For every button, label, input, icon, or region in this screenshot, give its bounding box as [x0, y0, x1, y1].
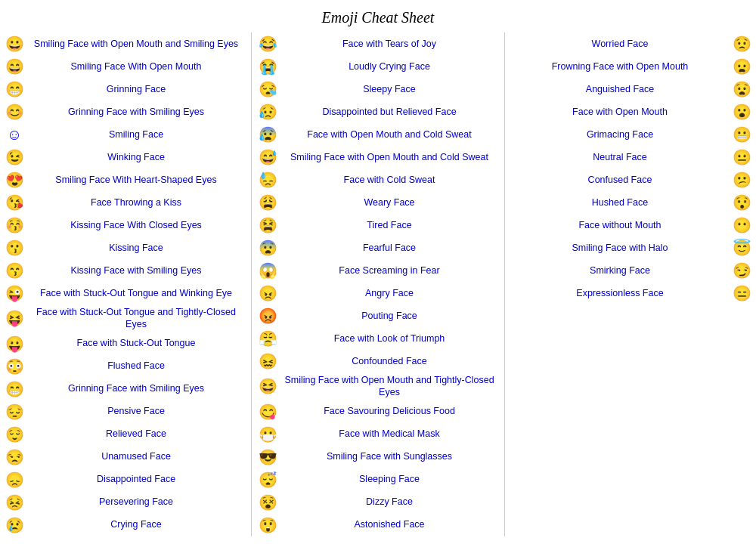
- emoji-label: Face with Open Mouth and Cold Sweat: [279, 128, 500, 141]
- list-item: 😀Smiling Face with Open Mouth and Smilin…: [0, 32, 249, 55]
- emoji-label: Sleeping Face: [279, 473, 500, 485]
- emoji-label: Confused Face: [510, 174, 730, 186]
- emoji-label: Expressionless Face: [510, 287, 730, 299]
- emoji-label: Grinning Face: [26, 83, 246, 95]
- emoji-label: Smiling Face with Halo: [510, 242, 730, 254]
- emoji-label: Tired Face: [279, 219, 500, 231]
- list-item: 😙Kissing Face with Smiling Eyes: [0, 259, 249, 282]
- emoji-label: Face with Tears of Joy: [279, 38, 500, 50]
- emoji-icon: 😗: [3, 239, 26, 257]
- divider-1: [251, 32, 252, 536]
- list-item: 😁Grinning Face: [0, 78, 249, 100]
- list-item: 😅Smiling Face with Open Mouth and Cold S…: [253, 146, 503, 168]
- emoji-label: Kissing Face: [26, 242, 246, 254]
- emoji-label: Smiling Face With Open Mouth: [26, 60, 246, 73]
- emoji-label: Unamused Face: [26, 450, 246, 462]
- emoji-icon: 😄: [3, 57, 26, 76]
- list-item: 😣Persevering Face: [0, 491, 249, 514]
- emoji-label: Face with Stuck-Out Tongue: [26, 337, 246, 349]
- list-item: 😴Sleeping Face: [253, 468, 503, 491]
- emoji-label: Grinning Face with Smiling Eyes: [26, 382, 246, 394]
- emoji-icon: 😂: [256, 35, 279, 53]
- emoji-icon: 😍: [3, 171, 26, 189]
- emoji-icon: 😚: [3, 216, 26, 234]
- list-item: 😷Face with Medical Mask: [253, 423, 503, 446]
- emoji-icon: 😩: [256, 193, 279, 212]
- list-item: 😥Disappointed but Relieved Face: [253, 100, 503, 123]
- emoji-icon: 😞: [3, 471, 26, 489]
- list-item: 😚Kissing Face With Closed Eyes: [0, 214, 249, 236]
- list-item: 😜Face with Stuck-Out Tongue and Winking …: [0, 282, 249, 304]
- list-item: 😊Grinning Face with Smiling Eyes: [0, 100, 249, 123]
- emoji-icon: 😯: [730, 193, 753, 212]
- list-item: 😍Smiling Face With Heart-Shaped Eyes: [0, 168, 249, 191]
- list-item: Neutral Face😐: [507, 146, 756, 168]
- emoji-label: Angry Face: [279, 287, 500, 299]
- list-item: ☺️Smiling Face: [0, 123, 249, 146]
- list-item: 😝Face with Stuck-Out Tongue and Tightly-…: [0, 304, 249, 332]
- emoji-grid: 😀Smiling Face with Open Mouth and Smilin…: [0, 32, 756, 536]
- emoji-icon: 😧: [730, 80, 753, 98]
- emoji-label: Dizzy Face: [279, 496, 500, 508]
- emoji-label: Smiling Face with Open Mouth and Tightly…: [279, 374, 500, 399]
- list-item: 😤Face with Look of Triumph: [253, 327, 503, 350]
- emoji-label: Kissing Face With Closed Eyes: [26, 219, 246, 231]
- emoji-icon: 😛: [3, 335, 26, 353]
- emoji-label: Weary Face: [279, 196, 500, 209]
- emoji-label: Face with Medical Mask: [279, 428, 500, 440]
- emoji-label: Persevering Face: [26, 496, 246, 508]
- divider-2: [504, 32, 505, 536]
- emoji-label: Loudly Crying Face: [279, 60, 500, 73]
- list-item: 😛Face with Stuck-Out Tongue: [0, 332, 249, 355]
- list-item: 😒Unamused Face: [0, 446, 249, 468]
- emoji-icon: 😰: [256, 125, 279, 144]
- list-item: 😠Angry Face: [253, 282, 503, 304]
- right-column: Worried Face😟Frowning Face with Open Mou…: [507, 32, 756, 536]
- emoji-label: Anguished Face: [510, 83, 730, 95]
- emoji-label: Smiling Face with Open Mouth and Cold Sw…: [279, 151, 500, 163]
- list-item: 😰Face with Open Mouth and Cold Sweat: [253, 123, 503, 146]
- emoji-icon: 😵: [256, 493, 279, 512]
- emoji-icon: 😓: [256, 171, 279, 189]
- emoji-icon: ☺️: [3, 126, 26, 144]
- emoji-label: Relieved Face: [26, 428, 246, 440]
- emoji-icon: 😖: [256, 352, 279, 370]
- emoji-label: Smiling Face with Open Mouth and Smiling…: [26, 38, 246, 50]
- emoji-icon: 😑: [730, 284, 753, 302]
- emoji-label: Smiling Face: [26, 128, 246, 141]
- list-item: 😌Relieved Face: [0, 423, 249, 446]
- emoji-icon: 😙: [3, 261, 26, 280]
- list-item: 😭Loudly Crying Face: [253, 55, 503, 78]
- list-item: 😎Smiling Face with Sunglasses: [253, 446, 503, 468]
- list-item: 😲Astonished Face: [253, 514, 503, 536]
- emoji-icon: 😪: [256, 80, 279, 98]
- emoji-icon: 😌: [3, 425, 26, 444]
- emoji-icon: 😮: [730, 103, 753, 121]
- emoji-label: Neutral Face: [510, 151, 730, 163]
- emoji-label: Face without Mouth: [510, 219, 730, 231]
- left-column: 😀Smiling Face with Open Mouth and Smilin…: [0, 32, 249, 536]
- list-item: Confused Face😕: [507, 168, 756, 191]
- emoji-icon: 😷: [256, 425, 279, 444]
- emoji-label: Smirking Face: [510, 264, 730, 277]
- list-item: 😁Grinning Face with Smiling Eyes: [0, 378, 249, 400]
- emoji-icon: 😟: [730, 35, 753, 53]
- list-item: Hushed Face😯: [507, 191, 756, 214]
- emoji-label: Confounded Face: [279, 355, 500, 367]
- list-item: 😞Disappointed Face: [0, 468, 249, 491]
- list-item: 😳Flushed Face: [0, 355, 249, 378]
- emoji-label: Astonished Face: [279, 518, 500, 530]
- list-item: 😡Pouting Face: [253, 304, 503, 327]
- emoji-label: Pensive Face: [26, 405, 246, 417]
- list-item: 😘Face Throwing a Kiss: [0, 191, 249, 214]
- emoji-icon: 😁: [3, 380, 26, 398]
- list-item: Anguished Face😧: [507, 78, 756, 100]
- list-item: 😩Weary Face: [253, 191, 503, 214]
- list-item: 😔Pensive Face: [0, 400, 249, 423]
- list-item: Face without Mouth😶: [507, 214, 756, 236]
- list-item: 😫Tired Face: [253, 214, 503, 236]
- list-item: 😢Crying Face: [0, 514, 249, 536]
- emoji-icon: 😥: [256, 103, 279, 121]
- emoji-icon: 😤: [256, 329, 279, 348]
- emoji-label: Face Savouring Delicious Food: [279, 405, 500, 417]
